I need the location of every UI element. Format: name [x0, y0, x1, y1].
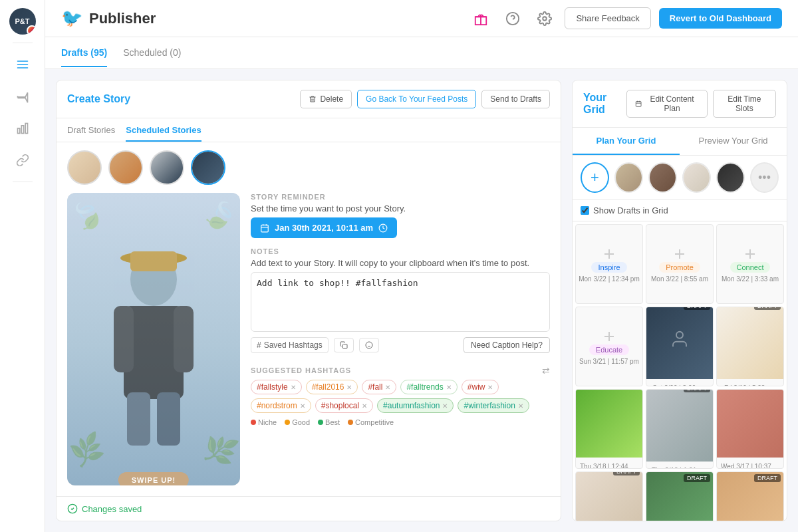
sidebar-item-publisher[interactable]	[9, 51, 36, 78]
story-tabs: Draft Stories Scheduled Stories	[57, 118, 561, 142]
hashtag-chip-winterfashion[interactable]: #winterfashion ✕	[458, 398, 529, 413]
chip-close-autumnfashion[interactable]: ✕	[442, 402, 448, 410]
grid-cell-6-time: Fri 3/19 | 5:28 pm	[720, 382, 780, 387]
datetime-picker-btn[interactable]: Jan 30th 2021, 10:11 am	[251, 217, 397, 238]
app-title: Publisher	[89, 10, 156, 27]
grid-cell-10[interactable]: DRAFT	[575, 471, 643, 521]
caption-help-btn[interactable]: Need Caption Help?	[464, 337, 550, 353]
label-promote-2[interactable]: Promote	[659, 262, 700, 273]
hashtag-chip-nordstrom[interactable]: #nordstrom ✕	[251, 398, 311, 413]
grid-avatar-1[interactable]	[614, 162, 643, 193]
hashtag-chip-wiw[interactable]: #wiw ✕	[462, 380, 499, 394]
reminder-desc: Set the time you want to post your Story…	[251, 203, 550, 213]
label-connect-3[interactable]: Connect	[730, 262, 771, 273]
edit-time-slots-btn[interactable]: Edit Time Slots	[713, 90, 776, 118]
grid-avatar-2[interactable]	[648, 162, 677, 193]
grid-cell-5[interactable]: DRAFT Sat 3/20 | 3:26 pm	[646, 307, 714, 386]
hashtag-chip-falltrends[interactable]: #falltrends ✕	[400, 380, 457, 394]
create-story-panel: Create Story Delete Go Back To Your Feed…	[56, 80, 561, 521]
grid-cell-2[interactable]: Promote Mon 3/22 | 8:55 am	[646, 224, 714, 304]
add-avatar-btn[interactable]: +	[581, 162, 609, 193]
svg-rect-11	[157, 392, 180, 446]
sidebar-item-link[interactable]	[9, 147, 36, 174]
grid-cell-7[interactable]: DRAFT Thu 3/18 | 12:44 pm	[575, 389, 643, 469]
grid-cell-1[interactable]: Inspire Mon 3/22 | 12:34 pm	[575, 224, 643, 304]
main-content: 🐦 Publisher Share Feedback Revert to Old…	[45, 0, 798, 532]
grid-cell-12[interactable]: DRAFT	[716, 471, 784, 521]
delete-btn[interactable]: Delete	[300, 90, 352, 108]
grid-avatar-img-2	[650, 164, 676, 192]
grid-cell-12-img: DRAFT	[717, 471, 783, 521]
chip-close-fallstyle[interactable]: ✕	[291, 384, 296, 391]
story-thumb-2[interactable]	[108, 150, 143, 185]
story-tab-scheduled[interactable]: Scheduled Stories	[126, 125, 201, 142]
grid-cell-6[interactable]: DRAFT Fri 3/19 | 5:28 pm	[716, 307, 784, 386]
help-icon-btn[interactable]	[501, 7, 525, 31]
send-to-drafts-btn[interactable]: Send to Drafts	[481, 90, 550, 108]
draft-badge-12: DRAFT	[754, 474, 781, 482]
chip-close-winterfashion[interactable]: ✕	[518, 402, 523, 410]
grid-cell-3-content	[742, 246, 758, 262]
hashtag-chip-shoplocal[interactable]: #shoplocal ✕	[315, 398, 373, 413]
chip-close-wiw[interactable]: ✕	[487, 384, 493, 391]
label-inspire-1[interactable]: Inspire	[591, 262, 626, 273]
chip-close-fall2016[interactable]: ✕	[346, 384, 352, 391]
suggested-hashtags-label: SUGGESTED HASHTAGS	[251, 366, 351, 374]
avatar[interactable]: P&T	[9, 8, 36, 35]
story-thumb-1[interactable]	[67, 150, 102, 185]
story-thumb-3[interactable]	[150, 150, 184, 185]
svg-rect-2	[25, 124, 27, 134]
grid-cell-4[interactable]: Educate Sun 3/21 | 11:57 pm	[575, 307, 643, 386]
grid-avatar-img-1	[616, 164, 642, 192]
chip-close-nordstrom[interactable]: ✕	[300, 402, 305, 410]
label-educate-4[interactable]: Educate	[589, 344, 629, 355]
grid-cell-8[interactable]: DRAFT Thu 3/18 | 1:21 am	[646, 389, 714, 469]
grid-title: Your Grid	[583, 92, 626, 116]
svg-point-5	[543, 17, 547, 21]
grid-tab-plan[interactable]: Plan Your Grid	[573, 128, 680, 155]
hashtag-chip-fall[interactable]: #fall ✕	[362, 380, 396, 394]
grid-cell-10-img: DRAFT	[576, 471, 642, 521]
story-thumb-img-1	[68, 152, 100, 184]
grid-avatar-4[interactable]	[716, 162, 745, 193]
story-tab-draft[interactable]: Draft Stories	[67, 125, 115, 142]
svg-rect-19	[342, 344, 347, 349]
hashtag-chip-autumnfashion[interactable]: #autumnfashion ✕	[377, 398, 454, 413]
grid-avatar-3[interactable]	[682, 162, 711, 193]
story-thumb-4[interactable]	[191, 150, 225, 185]
more-avatars-btn[interactable]: •••	[750, 162, 779, 193]
show-drafts-checkbox[interactable]	[581, 206, 589, 215]
grid-cell-9[interactable]: DRAFT Wed 3/17 | 10:37 am	[716, 389, 784, 469]
sidebar-item-megaphone[interactable]	[9, 83, 36, 110]
sidebar-item-analytics[interactable]	[9, 115, 36, 142]
emoji-btn[interactable]	[359, 338, 379, 352]
chip-close-fall[interactable]: ✕	[385, 384, 390, 391]
settings-icon-btn[interactable]	[533, 7, 557, 31]
chip-close-falltrends[interactable]: ✕	[446, 384, 452, 391]
share-feedback-btn[interactable]: Share Feedback	[565, 7, 650, 29]
grid-cell-3[interactable]: Connect Mon 3/22 | 3:33 am	[716, 224, 784, 304]
grid-header-actions: Edit Content Plan Edit Time Slots	[626, 90, 776, 118]
grid-cell-1-time: Mon 3/22 | 12:34 pm	[579, 275, 640, 283]
notes-textarea[interactable]: Add link to shop!! #fallfashion	[251, 272, 550, 332]
saved-hashtags-btn[interactable]: # Saved Hashtags	[251, 337, 329, 353]
reminder-label: STORY REMINDER	[251, 193, 550, 201]
tab-scheduled[interactable]: Scheduled (0)	[123, 39, 181, 67]
svg-rect-8	[114, 306, 134, 372]
gift-icon-btn[interactable]	[469, 7, 493, 31]
tab-drafts[interactable]: Drafts (95)	[61, 39, 107, 67]
draft-badge-5: DRAFT	[684, 307, 710, 310]
chip-close-shoplocal[interactable]: ✕	[362, 402, 367, 410]
copy-btn[interactable]	[334, 338, 354, 352]
hashtag-chip-fall2016[interactable]: #fall2016 ✕	[306, 380, 358, 394]
edit-content-plan-btn[interactable]: Edit Content Plan	[626, 90, 708, 118]
svg-point-34	[676, 331, 683, 338]
grid-tab-preview[interactable]: Preview Your Grid	[680, 128, 787, 155]
shuffle-icon[interactable]: ⇄	[542, 365, 550, 376]
hashtag-chip-fallstyle[interactable]: #fallstyle ✕	[251, 380, 302, 394]
grid-cell-11[interactable]: DRAFT	[646, 471, 714, 521]
revert-dashboard-btn[interactable]: Revert to Old Dashboard	[659, 8, 782, 29]
grid-cell-8-time: Thu 3/18 | 1:21 am	[648, 464, 712, 469]
back-to-feed-btn[interactable]: Go Back To Your Feed Posts	[357, 90, 476, 108]
story-thumbnails	[57, 142, 561, 193]
